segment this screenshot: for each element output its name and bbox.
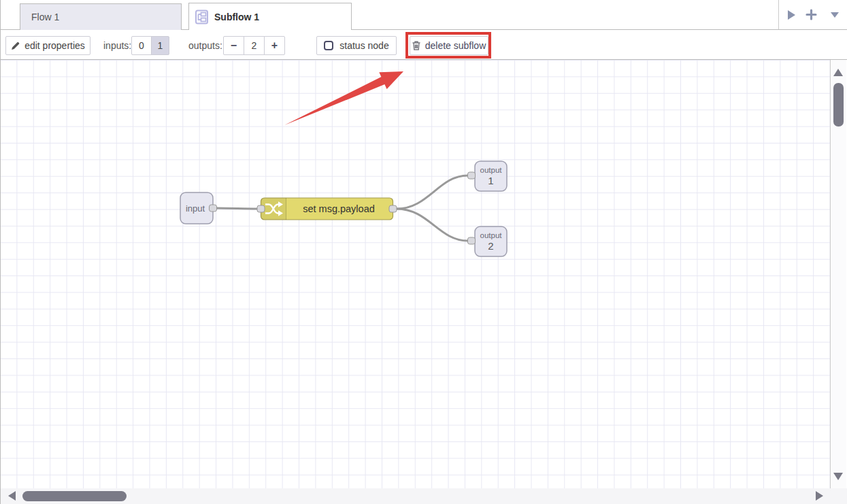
input-node-output-port[interactable]	[210, 205, 217, 212]
subflow-toolbar: edit properties inputs: 0 1 outputs: − 2…	[0, 30, 847, 60]
flow-canvas[interactable]: input set msg.payl	[0, 60, 831, 488]
output2-node-label: output	[480, 231, 503, 239]
scroll-tabs-right-button[interactable]	[784, 0, 798, 29]
tab-subflow-1[interactable]: Subflow 1	[188, 3, 352, 30]
status-node-label: status node	[339, 40, 388, 51]
delete-subflow-label: delete subflow	[425, 40, 486, 51]
change-node-label: set msg.payload	[303, 203, 375, 214]
wire-change-to-output2[interactable]	[397, 209, 468, 241]
outputs-count-value: 2	[252, 40, 257, 51]
outputs-count-field[interactable]: 2	[244, 36, 265, 55]
inputs-1-label: 1	[158, 40, 163, 51]
scroll-left-arrow[interactable]	[8, 491, 16, 501]
wire-change-to-output1[interactable]	[397, 175, 468, 209]
change-node-input-port[interactable]	[257, 205, 265, 212]
inputs-0-button[interactable]: 0	[131, 36, 152, 55]
inputs-0-label: 0	[139, 40, 144, 51]
increase-outputs-button[interactable]: +	[264, 36, 285, 55]
node-change-set-msg-payload[interactable]: set msg.payload	[257, 198, 397, 220]
tab-flow-1[interactable]: Flow 1	[20, 3, 182, 30]
decrease-outputs-button[interactable]: −	[223, 36, 244, 55]
node-subflow-output-2[interactable]: output 2	[468, 226, 508, 256]
output2-node-input-port[interactable]	[468, 237, 476, 244]
scroll-right-icon	[788, 10, 795, 20]
horizontal-scrollbar-thumb[interactable]	[22, 491, 127, 501]
tab-flow-1-label: Flow 1	[31, 12, 59, 22]
annotation-arrow	[284, 71, 403, 125]
scroll-down-arrow[interactable]	[833, 473, 843, 480]
inputs-label: inputs:	[103, 36, 131, 55]
tabbar-actions	[779, 0, 847, 29]
outputs-label: outputs:	[188, 36, 222, 55]
node-subflow-input[interactable]: input	[180, 192, 217, 224]
plus-icon	[806, 9, 817, 20]
output1-node-input-port[interactable]	[468, 172, 476, 179]
chevron-down-icon	[831, 12, 839, 18]
plus-icon-small: +	[271, 39, 278, 52]
output1-node-label: output	[480, 166, 503, 174]
flow-list-button[interactable]	[828, 0, 842, 29]
status-node-toggle-button[interactable]: status node	[316, 36, 397, 55]
edit-properties-label: edit properties	[24, 40, 85, 51]
vertical-scrollbar[interactable]	[831, 60, 846, 488]
output2-node-number: 2	[488, 240, 493, 252]
horizontal-scrollbar[interactable]	[0, 488, 847, 504]
subflow-icon	[195, 10, 209, 24]
inputs-1-button[interactable]: 1	[151, 36, 169, 55]
trash-icon	[412, 41, 420, 50]
vertical-scrollbar-thumb[interactable]	[833, 83, 844, 127]
scroll-right-arrow[interactable]	[816, 491, 823, 501]
pencil-icon	[11, 41, 20, 50]
window-left-border	[0, 0, 1, 504]
change-node-output-port[interactable]	[389, 205, 397, 212]
flow-tabbar: Flow 1 Subflow 1	[0, 0, 847, 30]
wire-input-to-change[interactable]	[217, 208, 258, 209]
delete-subflow-button[interactable]: delete subflow	[410, 36, 488, 55]
status-node-checkbox[interactable]	[324, 41, 333, 50]
node-subflow-output-1[interactable]: output 1	[468, 161, 508, 191]
node-red-editor: Flow 1 Subflow 1	[0, 0, 847, 504]
tab-subflow-1-label: Subflow 1	[214, 12, 259, 22]
scroll-up-arrow[interactable]	[833, 69, 843, 76]
flow-svg: input set msg.payl	[0, 60, 831, 488]
input-node-label: input	[186, 203, 205, 214]
minus-icon: −	[231, 39, 237, 52]
add-flow-button[interactable]	[803, 0, 818, 29]
edit-properties-button[interactable]: edit properties	[5, 36, 90, 55]
output1-node-number: 1	[488, 175, 493, 186]
canvas-row: input set msg.payl	[0, 60, 847, 488]
